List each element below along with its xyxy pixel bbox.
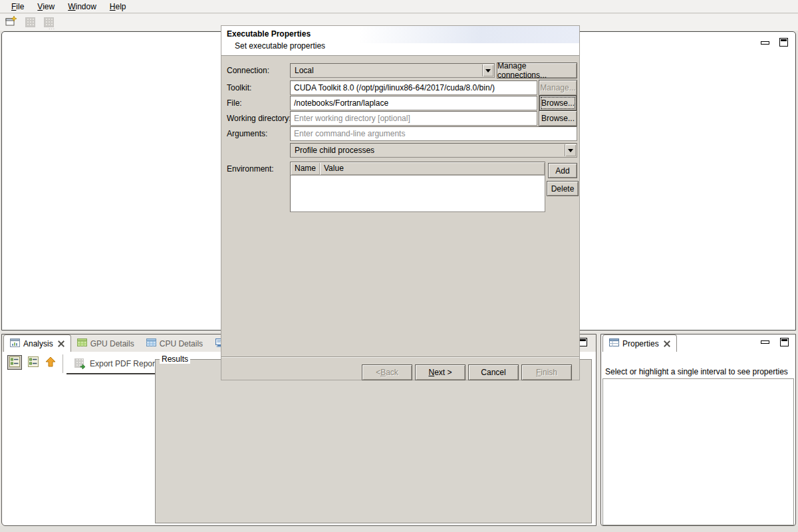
tab-gpu-details-label: GPU Details	[90, 339, 134, 348]
environment-table: Name Value	[290, 162, 545, 212]
editor-minimize-button[interactable]	[761, 41, 769, 45]
new-session-button[interactable]	[5, 16, 18, 29]
delete-environment-button[interactable]: Delete	[547, 181, 579, 196]
close-icon[interactable]	[664, 340, 670, 347]
connection-label: Connection:	[227, 66, 269, 75]
up-arrow-icon	[45, 356, 56, 369]
analysis-unguided-view-button[interactable]	[26, 355, 41, 370]
analysis-up-level-button[interactable]	[43, 355, 58, 370]
tab-gpu-details[interactable]: GPU Details	[71, 335, 140, 352]
arguments-label: Arguments:	[227, 129, 267, 138]
properties-message: Select or highlight a single interval to…	[605, 367, 788, 376]
menu-view[interactable]: View	[31, 1, 61, 13]
export-pdf-report-button[interactable]: Export PDF Report	[66, 354, 165, 374]
next-button[interactable]: Next >	[415, 364, 466, 380]
manage-toolkit-button: Manage...	[539, 80, 577, 96]
new-session-icon	[5, 15, 17, 29]
environment-table-header: Name Value	[291, 162, 545, 176]
chevron-down-icon[interactable]	[565, 144, 576, 156]
executable-properties-dialog: Executable Properties Set executable pro…	[221, 25, 580, 380]
analysis-icon	[10, 338, 20, 349]
editor-maximize-button[interactable]	[779, 38, 788, 47]
maximize-icon	[780, 338, 789, 346]
maximize-icon	[779, 38, 788, 47]
results-group: Results	[155, 359, 592, 523]
environment-label: Environment:	[227, 164, 274, 174]
status-strip	[0, 526, 798, 532]
column-header-name: Name	[291, 162, 320, 175]
analysis-guided-view-button[interactable]	[7, 355, 22, 370]
banner-gradient	[360, 26, 579, 43]
working-directory-input[interactable]	[290, 111, 537, 126]
menu-file[interactable]: File	[5, 1, 30, 13]
add-environment-button[interactable]: Add	[548, 163, 577, 178]
minimize-icon	[761, 41, 769, 45]
working-directory-label: Working directory:	[227, 114, 291, 123]
cancel-button[interactable]: Cancel	[468, 364, 519, 380]
export-pdf-label: Export PDF Report	[90, 359, 157, 368]
profile-mode-value: Profile child processes	[295, 146, 374, 155]
tab-analysis-label: Analysis	[23, 339, 53, 348]
toolkit-input[interactable]	[290, 80, 537, 95]
properties-icon	[609, 338, 619, 348]
finish-button: Finish	[521, 364, 572, 380]
column-header-value: Value	[320, 162, 545, 175]
disabled-action-icon	[25, 17, 35, 27]
toolbar-separator	[63, 354, 63, 373]
tab-cpu-details-label: CPU Details	[160, 339, 203, 348]
cpu-details-icon	[146, 338, 156, 348]
properties-content-box	[602, 378, 794, 525]
dialog-title: Executable Properties	[227, 29, 311, 39]
export-pdf-icon	[74, 358, 85, 369]
unguided-list-icon	[28, 356, 39, 369]
menu-window[interactable]: Window	[62, 1, 102, 13]
minimize-icon	[761, 340, 769, 344]
tab-cpu-details[interactable]: CPU Details	[140, 335, 209, 352]
toolkit-label: Toolkit:	[227, 83, 251, 92]
browse-file-button[interactable]: Browse...	[539, 95, 577, 111]
arguments-input[interactable]	[290, 126, 577, 141]
properties-panel: Properties Select or highlight a single …	[600, 334, 796, 526]
guided-list-icon	[9, 356, 20, 369]
tab-analysis[interactable]: Analysis	[3, 334, 71, 352]
toolbar-disabled-button-1	[23, 16, 37, 29]
toolbar-disabled-button-2: ...	[42, 16, 55, 29]
gpu-details-icon	[77, 338, 87, 348]
properties-minimize-button[interactable]	[761, 340, 769, 344]
properties-maximize-button[interactable]	[780, 338, 789, 346]
file-label: File:	[227, 98, 242, 108]
tab-properties[interactable]: Properties	[602, 334, 677, 352]
browse-working-directory-button[interactable]: Browse...	[539, 110, 577, 126]
menu-help[interactable]: Help	[104, 1, 132, 13]
dialog-subtitle: Set executable properties	[235, 41, 325, 51]
footer-separator	[221, 356, 579, 358]
connection-select[interactable]: Local	[290, 63, 495, 78]
file-input[interactable]	[290, 96, 537, 110]
manage-connections-button[interactable]: Manage connections...	[497, 63, 577, 78]
menu-bar: File View Window Help	[0, 0, 798, 13]
dialog-header: Executable Properties Set executable pro…	[221, 26, 579, 56]
close-icon[interactable]	[58, 340, 65, 347]
chevron-down-icon[interactable]	[482, 65, 493, 76]
tab-properties-label: Properties	[622, 339, 659, 348]
connection-value: Local	[295, 66, 314, 75]
back-button: < Back	[362, 364, 412, 380]
profile-mode-select[interactable]: Profile child processes	[290, 143, 577, 158]
results-group-label: Results	[160, 354, 190, 364]
